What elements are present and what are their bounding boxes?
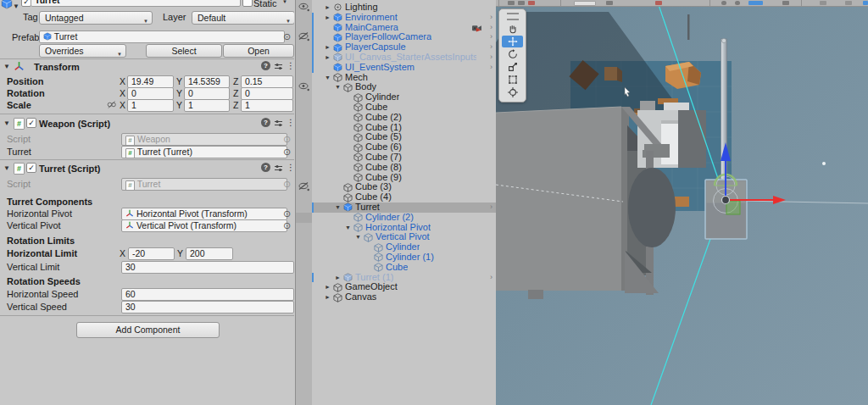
chevron-icon[interactable]: › (490, 273, 492, 283)
hlimit-x-field[interactable]: -20 (128, 247, 175, 260)
hierarchy-row[interactable]: UI_EventSystem› (312, 63, 496, 73)
foldout-icon[interactable]: ▼ (322, 73, 333, 83)
rotation-z-field[interactable]: 0 (241, 87, 293, 100)
foldout-icon[interactable]: ▼ (353, 232, 364, 242)
toolbar-button[interactable] (845, 1, 852, 5)
foldout-icon[interactable]: ► (322, 13, 333, 23)
help-icon[interactable]: ? (261, 61, 270, 70)
kebab-menu-icon[interactable]: ⋮ (287, 163, 294, 172)
chevron-icon[interactable]: › (490, 63, 492, 73)
kebab-menu-icon[interactable]: ⋮ (287, 118, 294, 127)
position-x-field[interactable]: 19.49 (127, 75, 174, 88)
kebab-menu-icon[interactable]: ⋮ (287, 61, 294, 70)
link-scale-icon[interactable] (107, 100, 116, 109)
position-z-field[interactable]: 0.15 (241, 75, 293, 88)
turret-foldout-icon[interactable]: ▼ (3, 164, 10, 172)
add-component-button[interactable]: Add Component (76, 322, 220, 338)
hierarchy-row[interactable]: ►PlayerCapsule› (312, 42, 496, 53)
toolbar-button[interactable] (606, 1, 613, 5)
rect-tool-button[interactable] (502, 74, 523, 86)
visibility-hidden-icon[interactable] (298, 32, 310, 42)
hierarchy-row[interactable]: Cylinder (2) (312, 213, 496, 223)
overlay-drag-handle[interactable] (507, 13, 519, 20)
gizmo-center[interactable] (722, 197, 730, 204)
hierarchy-row[interactable]: Cylinder (1) (312, 252, 496, 263)
presets-icon[interactable] (274, 119, 283, 128)
toolbar-button[interactable] (655, 1, 662, 5)
visibility-eye-icon[interactable] (298, 3, 310, 12)
foldout-icon[interactable]: ► (322, 3, 333, 13)
hierarchy-row[interactable]: Cube (2) (312, 113, 496, 123)
chevron-icon[interactable]: › (490, 42, 492, 53)
hierarchy-row[interactable]: Cube (1) (312, 123, 496, 133)
prefab-open-button[interactable]: Open (223, 44, 294, 58)
object-picker-icon[interactable]: ⊙ (283, 147, 291, 157)
static-checkbox[interactable] (242, 0, 253, 7)
toolbar-button[interactable] (508, 1, 515, 5)
hierarchy-row[interactable]: Cube (7) (312, 153, 496, 163)
chevron-icon[interactable]: › (490, 13, 492, 23)
foldout-icon[interactable]: ▼ (342, 223, 353, 233)
weapon-turret-field[interactable]: # Turret (Turret) (121, 146, 287, 158)
toolbar-button[interactable] (820, 1, 826, 5)
hierarchy-row[interactable]: ►Canvas (312, 292, 496, 302)
position-y-field[interactable]: 14.5359 (184, 75, 230, 88)
scene-view[interactable] (496, 0, 868, 405)
foldout-icon[interactable]: ▼ (332, 202, 343, 213)
hierarchy-row[interactable]: Cube (8) (312, 163, 496, 173)
hand-tool-button[interactable] (502, 23, 523, 35)
prefab-field[interactable]: Turret (39, 31, 285, 43)
hierarchy-row[interactable]: Cube (312, 263, 496, 273)
hierarchy-row[interactable]: Cube (5) (312, 132, 496, 142)
hierarchy-row[interactable]: ▼Body (312, 82, 496, 92)
toolbar-field[interactable] (574, 1, 596, 6)
presets-icon[interactable] (274, 62, 283, 71)
hierarchy-row[interactable]: PlayerFollowCamera› (312, 32, 496, 42)
hpivot-field[interactable]: Horizontal Pivot (Transform) (121, 208, 287, 220)
static-dropdown-icon[interactable]: ▼ (282, 0, 287, 4)
weapon-enabled-checkbox[interactable]: ✓ (26, 118, 36, 128)
hierarchy-row[interactable]: Cube (6) (312, 142, 496, 153)
toolbar-button[interactable] (518, 1, 525, 5)
object-picker-icon[interactable]: ⊙ (283, 209, 291, 219)
scale-x-field[interactable]: 1 (127, 99, 174, 112)
gameobject-name-field[interactable]: Turret (31, 0, 241, 7)
foldout-icon[interactable]: ▼ (332, 82, 343, 92)
vpivot-field[interactable]: Vertical Pivot (Transform) (121, 219, 287, 232)
hierarchy-row-selected[interactable]: ▼Turret› (312, 202, 496, 213)
prefab-select-button[interactable]: Select (146, 44, 222, 58)
tag-dropdown[interactable]: Untagged▼ (39, 11, 153, 25)
hierarchy-row[interactable]: ►Turret (1)› (312, 273, 496, 283)
rotation-x-field[interactable]: 0 (127, 87, 174, 100)
transform-foldout-icon[interactable]: ▼ (3, 63, 10, 70)
layer-dropdown[interactable]: Default▼ (192, 11, 294, 25)
hierarchy-row[interactable]: ▼Vertical Pivot (312, 232, 496, 242)
hierarchy-row[interactable]: Cylinder (312, 92, 496, 103)
hierarchy-row[interactable]: ▼Horizontal Pivot (312, 223, 496, 233)
hierarchy-row[interactable]: Cube (4) (312, 192, 496, 202)
vspeed-field[interactable]: 30 (121, 301, 294, 313)
hierarchy-row[interactable]: ►GameObject (312, 282, 496, 292)
overrides-dropdown[interactable]: Overrides▼ (39, 44, 126, 58)
move-tool-button[interactable] (502, 36, 523, 47)
header-foldout-icon[interactable]: ▼ (13, 3, 19, 10)
object-picker-icon[interactable]: ⊙ (283, 221, 291, 230)
weapon-foldout-icon[interactable]: ▼ (3, 119, 10, 127)
toolbar-button[interactable] (528, 1, 535, 5)
scale-tool-button[interactable] (502, 61, 523, 73)
hierarchy-row[interactable]: ►Environment› (312, 13, 496, 23)
scene-3d-viewport[interactable] (496, 0, 868, 405)
transform-tool-button[interactable] (502, 86, 523, 98)
foldout-icon[interactable]: ► (322, 292, 333, 302)
toolbar-button[interactable] (782, 1, 789, 5)
toolbar-button-active[interactable] (863, 1, 868, 5)
presets-icon[interactable] (274, 164, 283, 173)
hierarchy-row[interactable]: ►Lighting (312, 3, 496, 13)
prefab-picker-icon[interactable]: ⊙ (283, 32, 291, 42)
help-icon[interactable]: ? (261, 163, 270, 172)
hspeed-field[interactable]: 60 (121, 288, 294, 301)
visibility-eye-icon[interactable] (298, 82, 310, 92)
chevron-icon[interactable]: › (490, 53, 492, 63)
toolbar-button[interactable] (735, 1, 740, 5)
foldout-icon[interactable]: ► (322, 53, 333, 63)
